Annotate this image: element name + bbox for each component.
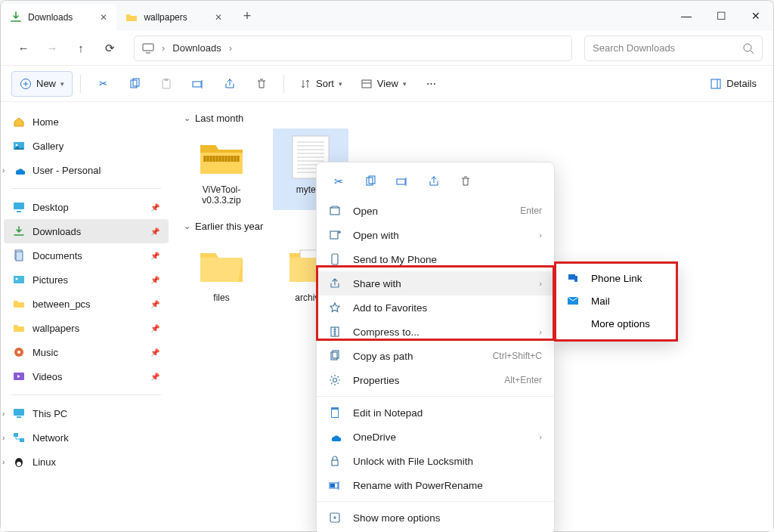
chevron-down-icon: ▾ [339, 80, 342, 88]
share-button[interactable] [423, 170, 445, 193]
svg-rect-6 [165, 79, 168, 81]
folder-icon [125, 11, 138, 23]
close-icon[interactable]: ✕ [215, 12, 222, 23]
menu-item-show-more-options[interactable]: Show more options [317, 506, 554, 530]
menu-item-properties[interactable]: Properties Alt+Enter [317, 368, 554, 392]
sidebar-item-user---personal[interactable]: › User - Personal [4, 158, 169, 182]
sidebar-item-gallery[interactable]: Gallery [4, 134, 169, 158]
more-icon [329, 512, 342, 524]
sidebar-item-videos[interactable]: Videos 📌 [4, 364, 169, 388]
sidebar-item-label: Network [33, 432, 69, 444]
file-item[interactable]: ViVeTool-v0.3.3.zip [184, 128, 259, 210]
menu-item-rename-with-powerrename[interactable]: Rename with PowerRename [317, 473, 554, 497]
menu-item-share-with[interactable]: Share with › [317, 271, 554, 295]
folder-icon [194, 241, 249, 289]
sidebar-item-between_pcs[interactable]: between_pcs 📌 [4, 292, 169, 316]
rename-button[interactable] [391, 170, 413, 193]
download-icon [13, 225, 25, 237]
paste-button[interactable] [152, 71, 181, 97]
search-input[interactable]: Search Downloads [584, 36, 763, 61]
new-button[interactable]: New ▾ [11, 71, 73, 97]
menu-item-unlock-with-file-locksmith[interactable]: Unlock with File Locksmith [317, 449, 554, 473]
new-tab-button[interactable]: + [237, 8, 258, 24]
pin-icon: 📌 [150, 348, 159, 357]
minimize-button[interactable]: — [669, 1, 704, 31]
up-button[interactable]: ↑ [69, 36, 93, 60]
menu-item-copy-as-path[interactable]: Copy as path Ctrl+Shift+C [317, 344, 554, 368]
svg-point-1 [744, 44, 751, 51]
sidebar-item-label: Downloads [33, 226, 81, 237]
address-bar[interactable]: › Downloads › [134, 36, 572, 61]
share-button[interactable] [215, 71, 244, 97]
cut-button[interactable]: ✂ [88, 71, 117, 97]
view-button[interactable]: View ▾ [353, 71, 414, 97]
more-button[interactable]: ⋯ [417, 71, 446, 97]
breadcrumb-segment[interactable]: Downloads [172, 42, 221, 54]
pin-icon: 📌 [150, 324, 159, 332]
sidebar-item-linux[interactable]: › Linux [4, 450, 169, 474]
submenu-item-more-options[interactable]: More options [555, 312, 677, 335]
sidebar-item-this-pc[interactable]: › This PC [4, 401, 169, 425]
search-placeholder: Search Downloads [593, 42, 742, 54]
menu-item-edit-in-notepad[interactable]: Edit in Notepad [317, 401, 554, 425]
tab-wallpapers[interactable]: wallpapers ✕ [116, 4, 231, 31]
share-icon [224, 78, 236, 90]
delete-button[interactable] [247, 71, 276, 97]
sidebar-item-music[interactable]: Music 📌 [4, 340, 169, 364]
tab-label: Downloads [28, 12, 73, 23]
sidebar-item-home[interactable]: Home [4, 110, 169, 134]
menu-item-open-with[interactable]: Open with › [317, 223, 554, 247]
group-header[interactable]: ⌄ Last month [184, 113, 761, 124]
title-bar: Downloads ✕ wallpapers ✕ + — ☐ ✕ [1, 1, 773, 31]
forward-button[interactable]: → [40, 36, 64, 60]
music-icon [13, 346, 25, 358]
sidebar-item-label: Documents [33, 250, 82, 261]
back-button[interactable]: ← [11, 36, 36, 60]
onedrive-icon [13, 164, 25, 176]
sidebar-item-pictures[interactable]: Pictures 📌 [4, 268, 169, 292]
command-bar: New ▾ ✂ Sort ▾ View ▾ ⋯ Details [1, 66, 773, 102]
sidebar-item-downloads[interactable]: Downloads 📌 [4, 219, 169, 243]
svg-rect-14 [16, 252, 23, 261]
sidebar-item-wallpapers[interactable]: wallpapers 📌 [4, 316, 169, 340]
maximize-button[interactable]: ☐ [704, 1, 738, 31]
submenu-item-mail[interactable]: Mail [555, 289, 677, 312]
delete-button[interactable] [454, 170, 477, 193]
menu-item-add-to-favorites[interactable]: Add to Favorites [317, 295, 554, 320]
chevron-right-icon: › [162, 42, 165, 54]
svg-rect-33 [330, 231, 338, 239]
copy-icon [128, 78, 141, 90]
menu-item-onedrive[interactable]: OneDrive › [317, 425, 554, 449]
rename-button[interactable] [184, 71, 212, 97]
menu-item-send-to-my-phone[interactable]: Send to My Phone [317, 247, 554, 271]
sidebar-item-desktop[interactable]: Desktop 📌 [4, 195, 169, 219]
close-button[interactable]: ✕ [738, 1, 773, 31]
onedrive-icon [329, 431, 342, 443]
tab-label: wallpapers [144, 12, 187, 23]
copy-button[interactable] [120, 71, 149, 97]
monitor-icon [142, 42, 154, 54]
svg-rect-34 [332, 254, 338, 264]
chevron-down-icon: ⌄ [184, 113, 190, 123]
refresh-button[interactable]: ⟳ [98, 36, 122, 60]
sidebar-item-network[interactable]: › Network [4, 425, 169, 450]
menu-item-open[interactable]: Open Enter [317, 199, 554, 223]
tab-downloads[interactable]: Downloads ✕ [1, 4, 116, 31]
svg-rect-9 [711, 79, 720, 88]
submenu-item-phone-link[interactable]: Phone Link [555, 267, 677, 289]
star-icon [329, 302, 342, 314]
copy-button[interactable] [359, 170, 382, 193]
chevron-right-icon: › [539, 327, 542, 336]
sort-button[interactable]: Sort ▾ [292, 71, 350, 97]
sidebar-item-label: Desktop [33, 202, 69, 213]
svg-rect-41 [332, 460, 338, 466]
menu-item-compress-to-[interactable]: Compress to... › [317, 320, 554, 344]
chevron-right-icon: › [2, 458, 5, 466]
details-pane-button[interactable]: Details [704, 78, 763, 90]
svg-rect-31 [397, 179, 405, 184]
svg-rect-45 [568, 274, 575, 280]
sidebar-item-documents[interactable]: Documents 📌 [4, 243, 169, 268]
close-icon[interactable]: ✕ [100, 12, 107, 23]
file-item[interactable]: files [184, 237, 259, 308]
cut-button[interactable]: ✂ [327, 170, 350, 193]
